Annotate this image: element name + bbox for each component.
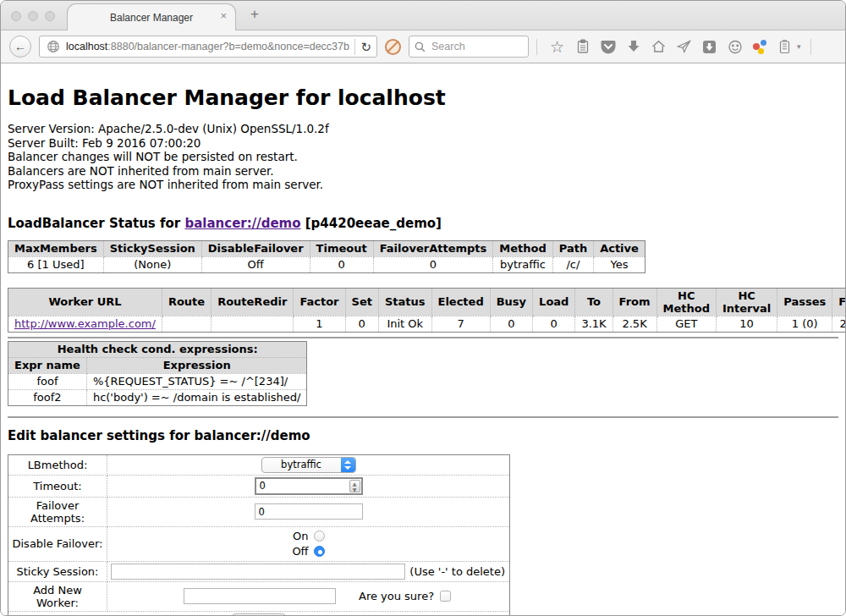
sticky-delete-hint: (Use '-' to delete) bbox=[409, 565, 506, 578]
col-timeout: Timeout bbox=[310, 240, 373, 256]
radio-off-label: Off bbox=[292, 545, 308, 558]
toolbar-divider bbox=[536, 39, 537, 55]
server-info-line: Server Built: Feb 9 2016 07:00:20 bbox=[8, 136, 838, 151]
home-icon[interactable] bbox=[651, 39, 667, 55]
dropdown-caret-icon[interactable]: ▾ bbox=[797, 42, 801, 51]
timeout-input[interactable] bbox=[255, 477, 363, 495]
reload-icon[interactable]: ↻ bbox=[360, 41, 371, 53]
sticky-session-input[interactable] bbox=[111, 564, 405, 580]
clipboard-icon[interactable] bbox=[574, 39, 591, 55]
col-stickysession: StickySession bbox=[103, 240, 201, 256]
server-info: Server Version: Apache/2.5.0-dev (Unix) … bbox=[8, 122, 838, 192]
navigation-toolbar: ← localhost:8880/balancer-manager?b=demo… bbox=[1, 30, 845, 63]
lbmethod-selected-value: bytraffic bbox=[262, 458, 341, 472]
status-heading: LoadBalancer Status for balancer://demo … bbox=[8, 216, 838, 231]
table-row: http://www.example.com/ 1 0 Init Ok 7 0 … bbox=[8, 316, 846, 332]
form-row-add-worker: Add New Worker: Are you sure? bbox=[8, 581, 510, 611]
confirm-checkbox[interactable] bbox=[440, 591, 451, 602]
table-header-row: MaxMembers StickySession DisableFailover… bbox=[8, 240, 645, 256]
table-row: 6 [1 Used] (None) Off 0 0 bytraffic /c/ … bbox=[8, 256, 645, 272]
health-check-table: Health check cond. expressions: Expr nam… bbox=[8, 341, 307, 406]
separator-rule bbox=[8, 337, 838, 338]
server-info-line: Server Version: Apache/2.5.0-dev (Unix) … bbox=[8, 122, 838, 136]
form-row-failover-attempts: Failover Attempts: bbox=[8, 497, 510, 526]
back-button[interactable]: ← bbox=[9, 36, 31, 58]
tab-close-icon[interactable]: × bbox=[220, 10, 227, 21]
table-title-row: Health check cond. expressions: bbox=[8, 341, 307, 357]
close-window-button[interactable] bbox=[11, 11, 21, 21]
balancer-link[interactable]: balancer://demo bbox=[184, 216, 300, 231]
server-info-line: Balancer changes will NOT be persisted o… bbox=[8, 150, 838, 164]
confirm-label: Are you sure? bbox=[359, 590, 434, 602]
content-blocker-icon[interactable] bbox=[385, 39, 401, 55]
server-info-line: ProxyPass settings are NOT inherited fro… bbox=[8, 178, 838, 192]
new-tab-button[interactable]: + bbox=[250, 6, 259, 23]
col-path: Path bbox=[552, 240, 593, 256]
minimize-window-button[interactable] bbox=[28, 11, 38, 21]
radio-on-label: On bbox=[293, 530, 308, 542]
col-active: Active bbox=[594, 240, 645, 256]
failover-attempts-label: Failover Attempts: bbox=[8, 497, 107, 526]
colored-dots-extension-icon[interactable] bbox=[752, 39, 767, 54]
form-row-disable-failover: Disable Failover: On Off bbox=[8, 526, 510, 561]
form-row-submit: Submit bbox=[8, 611, 510, 616]
page-title: Load Balancer Manager for localhost bbox=[8, 85, 838, 111]
separator-rule bbox=[8, 416, 838, 418]
menu-hamburger-icon[interactable] bbox=[821, 41, 836, 52]
number-spinner-icon[interactable]: ▲▼ bbox=[349, 480, 360, 492]
status-heading-prefix: LoadBalancer Status for bbox=[8, 216, 184, 231]
toolbar-icons: ☆ bbox=[549, 39, 846, 55]
table-header-row: Expr name Expression bbox=[8, 357, 307, 373]
video-download-extension-icon[interactable] bbox=[701, 39, 717, 55]
search-input[interactable] bbox=[430, 40, 523, 53]
back-arrow-icon: ← bbox=[14, 40, 26, 53]
col-failoverattempts: FailoverAttempts bbox=[373, 240, 493, 256]
col-method: Method bbox=[493, 240, 552, 256]
downloads-icon[interactable] bbox=[625, 39, 641, 55]
urlbar-divider bbox=[354, 39, 355, 55]
add-worker-input[interactable] bbox=[184, 588, 336, 604]
form-row-sticky-session: Sticky Session: (Use '-' to delete) bbox=[8, 561, 510, 581]
site-identity-globe-icon[interactable] bbox=[45, 39, 61, 55]
status-heading-suffix: [p4420eeae_demo] bbox=[301, 216, 442, 231]
container-extension-icon[interactable] bbox=[777, 39, 793, 55]
table-row: foof2 hc('body') =~ /domain is establish… bbox=[8, 389, 307, 405]
select-stepper-icon bbox=[341, 458, 355, 472]
col-maxmembers: MaxMembers bbox=[8, 240, 104, 256]
lbmethod-label: LBmethod: bbox=[8, 454, 107, 475]
pocket-icon[interactable] bbox=[600, 39, 616, 55]
url-path: :8880/balancer-manager?b=demo&nonce=decc… bbox=[107, 41, 349, 52]
toolbar-divider-2 bbox=[810, 39, 811, 55]
url-host: localhost bbox=[66, 41, 107, 52]
worker-url-link[interactable]: http://www.example.com/ bbox=[14, 317, 156, 330]
page-content: Load Balancer Manager for localhost Serv… bbox=[1, 63, 845, 616]
worker-table: Worker URL Route RouteRedir Factor Set S… bbox=[8, 288, 845, 333]
form-row-timeout: Timeout: ▲▼ bbox=[8, 475, 510, 497]
table-header-row: Worker URL Route RouteRedir Factor Set S… bbox=[8, 288, 846, 316]
url-text[interactable]: localhost:8880/balancer-manager?b=demo&n… bbox=[66, 41, 349, 52]
lbmethod-select[interactable]: bytraffic bbox=[261, 457, 356, 473]
failover-attempts-input[interactable] bbox=[255, 503, 363, 520]
tab-balancer-manager[interactable]: Balancer Manager × bbox=[67, 3, 236, 30]
health-table-title: Health check cond. expressions: bbox=[8, 341, 307, 357]
radio-on[interactable] bbox=[314, 531, 325, 542]
col-worker-url: Worker URL bbox=[8, 288, 162, 316]
browser-window: Balancer Manager × + ← localhost:8880/ba… bbox=[0, 0, 846, 616]
balancer-status-table: MaxMembers StickySession DisableFailover… bbox=[8, 240, 645, 273]
add-worker-label: Add New Worker: bbox=[8, 581, 107, 611]
search-bar[interactable] bbox=[409, 36, 529, 58]
edit-settings-heading: Edit balancer settings for balancer://de… bbox=[8, 428, 838, 443]
radio-off[interactable] bbox=[314, 546, 325, 557]
search-icon bbox=[415, 41, 426, 52]
tab-title: Balancer Manager bbox=[110, 12, 193, 24]
zoom-window-button[interactable] bbox=[45, 11, 55, 21]
server-info-line: Balancers are NOT inherited from main se… bbox=[8, 164, 838, 179]
table-row: foof %{REQUEST_STATUS} =~ /^[234]/ bbox=[8, 373, 307, 389]
timeout-label: Timeout: bbox=[8, 475, 107, 497]
feedback-smiley-icon[interactable] bbox=[727, 39, 743, 55]
window-controls bbox=[11, 11, 55, 21]
sticky-session-label: Sticky Session: bbox=[8, 561, 107, 581]
url-bar[interactable]: localhost:8880/balancer-manager?b=demo&n… bbox=[39, 36, 377, 58]
send-tab-paper-plane-icon[interactable] bbox=[676, 39, 692, 55]
bookmark-star-icon[interactable]: ☆ bbox=[549, 39, 565, 55]
